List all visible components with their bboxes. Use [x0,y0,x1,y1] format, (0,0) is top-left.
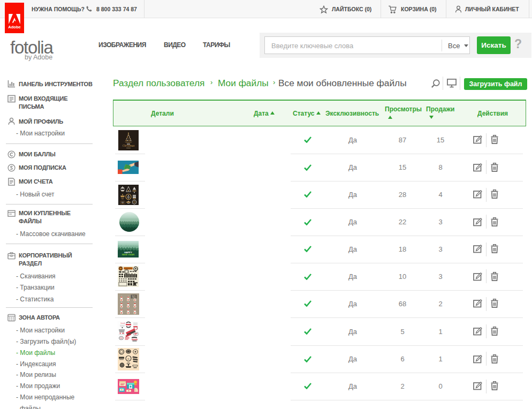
svg-text:NEW YEAR: NEW YEAR [122,253,135,256]
svg-text:Christmas: Christmas [123,144,135,147]
svg-text:Claus: Claus [132,297,136,299]
svg-text:Lovely: Lovely [120,322,126,324]
